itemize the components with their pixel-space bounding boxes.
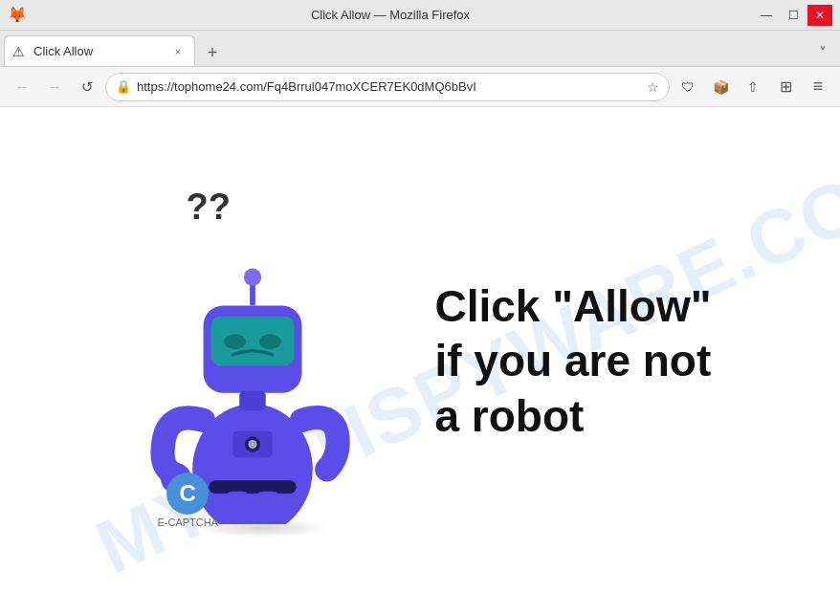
address-bar[interactable]: 🔒 ☆ (105, 73, 670, 101)
svg-rect-14 (256, 491, 280, 523)
main-text-line1: Click "Allow" (434, 279, 711, 335)
window-title: Click Allow — Mozilla Firefox (27, 8, 754, 22)
share-button[interactable]: ⇧ (739, 73, 767, 101)
tab-label: Click Allow (33, 44, 164, 58)
main-text-line2: if you are not (434, 334, 711, 389)
navbar: ← → ↺ 🔒 ☆ 🛡 📦 ⇧ ⊞ ≡ (0, 67, 840, 107)
ecaptcha-label: E-CAPTCHA (157, 517, 218, 528)
bookmark-icon[interactable]: ☆ (647, 79, 659, 95)
tab-close-button[interactable]: × (169, 43, 187, 60)
ecaptcha-container: C E-CAPTCHA (157, 473, 218, 528)
active-tab[interactable]: ⚠ Click Allow × (4, 35, 195, 66)
back-button[interactable]: ← (8, 73, 36, 101)
svg-rect-2 (211, 316, 295, 364)
svg-rect-5 (240, 390, 266, 410)
tabbar: ⚠ Click Allow × + ˅ (0, 31, 840, 67)
tab-overflow-button[interactable]: ˅ (809, 39, 836, 66)
page-content: MYANTISPYWARE.COM ?? (0, 107, 840, 616)
shield-button[interactable]: 🛡 (674, 73, 702, 101)
svg-point-11 (249, 440, 257, 449)
svg-point-3 (225, 334, 247, 349)
menu-button[interactable]: ≡ (804, 73, 832, 101)
svg-rect-13 (226, 491, 250, 523)
svg-point-7 (244, 268, 261, 285)
tab-favicon-icon: ⚠ (12, 44, 28, 59)
main-text: Click "Allow" if you are not a robot (434, 279, 711, 445)
lock-icon: 🔒 (116, 79, 131, 94)
ecaptcha-logo: C (166, 473, 209, 515)
ecaptcha-letter: C (180, 480, 196, 507)
reload-button[interactable]: ↺ (73, 73, 101, 101)
svg-point-4 (259, 334, 281, 349)
main-text-line3: a robot (434, 389, 711, 445)
titlebar: 🦊 Click Allow — Mozilla Firefox — ☐ ✕ (0, 0, 840, 31)
main-area: ?? (0, 167, 840, 557)
robot-container: ?? (128, 187, 396, 538)
forward-button[interactable]: → (40, 73, 69, 101)
close-button[interactable]: ✕ (807, 5, 832, 26)
maximize-button[interactable]: ☐ (781, 5, 806, 26)
firefox-logo-icon: 🦊 (8, 6, 27, 24)
new-tab-button[interactable]: + (199, 39, 226, 66)
container-button[interactable]: 📦 (706, 73, 735, 101)
url-input[interactable] (137, 79, 641, 94)
extensions-button[interactable]: ⊞ (771, 73, 800, 101)
minimize-button[interactable]: — (754, 5, 779, 26)
window-controls: — ☐ ✕ (754, 5, 832, 26)
svg-rect-12 (210, 480, 297, 494)
